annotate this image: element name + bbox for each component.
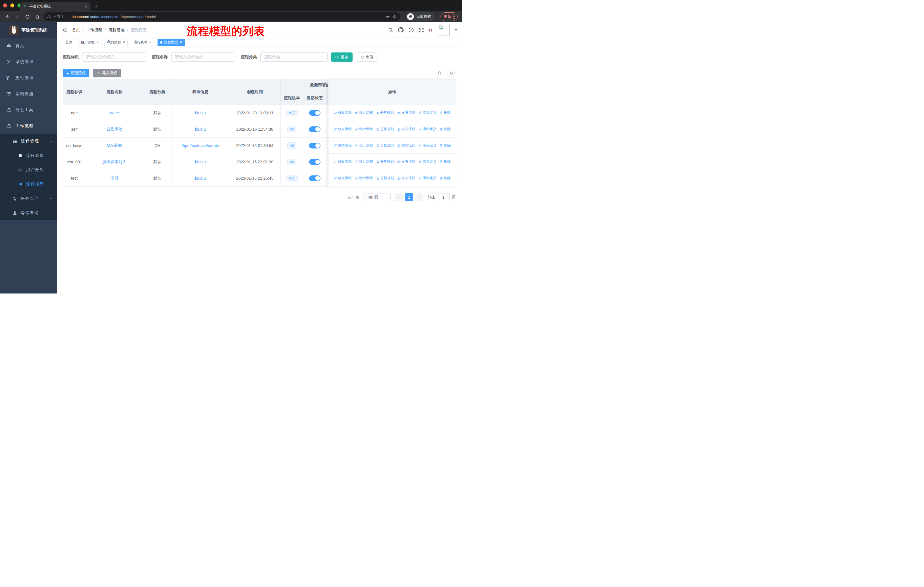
home-icon[interactable] <box>33 13 41 20</box>
action-process-definition-link[interactable]: 流程定义 <box>419 159 437 164</box>
avatar-caret-icon[interactable] <box>455 29 457 32</box>
action-design-process-link[interactable]: 设计流程 <box>355 176 373 180</box>
action-process-definition-link[interactable]: 流程定义 <box>419 127 437 132</box>
minimize-window-button[interactable] <box>10 3 14 7</box>
action-edit-process-link[interactable]: 修改流程 <box>334 143 352 148</box>
tag-close-icon[interactable]: ✕ <box>96 40 99 44</box>
sidebar-item-workflow[interactable]: 工作流程 <box>0 118 57 134</box>
cell-form-link[interactable]: biubiu <box>172 121 229 137</box>
cell-name-link[interactable]: 滔博 <box>86 170 143 187</box>
create-process-button[interactable]: + 新建流程 <box>63 69 89 78</box>
tag-close-icon[interactable]: ✕ <box>149 40 152 44</box>
close-window-button[interactable] <box>3 3 7 7</box>
browser-menu-button[interactable]: 更新 <box>441 12 458 21</box>
tag-my-process[interactable]: 我的流程 ✕ <box>104 39 128 46</box>
active-toggle[interactable] <box>309 175 320 181</box>
version-badge[interactable]: v2 <box>287 126 297 132</box>
goto-page-input[interactable] <box>437 193 450 201</box>
sidebar-item-process-manage[interactable]: 流程管理 <box>0 134 57 149</box>
cell-form-link[interactable]: biubiu <box>172 105 229 121</box>
tag-close-icon[interactable]: ✕ <box>122 40 125 44</box>
action-delete-link[interactable]: 删除 <box>440 127 451 132</box>
page-number-button[interactable]: 1 <box>405 193 413 201</box>
action-publish-process-link[interactable]: 发布流程 <box>397 176 415 180</box>
search-button[interactable]: 搜索 <box>331 53 353 62</box>
action-publish-process-link[interactable]: 发布流程 <box>397 159 415 164</box>
browser-tab[interactable]: 芋道管理系统 ✕ <box>20 2 91 11</box>
sidebar-item-infra[interactable]: 基础设施 <box>0 86 57 102</box>
action-design-process-link[interactable]: 设计流程 <box>355 143 373 148</box>
breadcrumb-item[interactable]: 流程管理 <box>109 28 125 33</box>
sidebar-item-system[interactable]: 系统管理 <box>0 54 57 70</box>
refresh-table-button[interactable] <box>447 69 456 78</box>
active-toggle[interactable] <box>309 110 320 116</box>
cell-form-link[interactable]: biubiu <box>172 154 229 170</box>
sidebar-item-pay[interactable]: ¥ 支付管理 <box>0 70 57 86</box>
page-size-select[interactable]: 10条/页 <box>363 193 391 201</box>
key-icon[interactable] <box>386 14 390 19</box>
action-delete-link[interactable]: 删除 <box>440 110 451 115</box>
tag-process-model[interactable]: 流程模型 ✕ <box>158 39 185 46</box>
github-icon[interactable] <box>398 27 404 33</box>
sidebar-item-home[interactable]: 首页 <box>0 38 57 54</box>
action-edit-process-link[interactable]: 修改流程 <box>334 110 352 115</box>
show-search-button[interactable] <box>436 69 444 78</box>
fullscreen-icon[interactable] <box>419 28 424 33</box>
cell-name-link[interactable]: 测试多审批人 <box>86 154 143 170</box>
action-delete-link[interactable]: 删除 <box>440 159 451 164</box>
version-badge[interactable]: v4 <box>287 159 297 165</box>
action-edit-process-link[interactable]: 修改流程 <box>334 176 352 180</box>
sidebar-item-process-form[interactable]: 流程表单 <box>0 149 57 163</box>
font-size-icon[interactable]: TT <box>429 28 433 32</box>
sidebar-item-devtools[interactable]: 研发工具 <box>0 102 57 118</box>
cell-name-link[interactable]: eeee <box>86 105 143 121</box>
tag-close-icon[interactable]: ✕ <box>180 40 182 44</box>
process-id-input[interactable] <box>82 53 146 62</box>
sidebar-item-leave-query[interactable]: 请假查询 <box>0 206 57 220</box>
tag-home[interactable]: 首页 <box>63 39 75 46</box>
sidebar-toggle-icon[interactable] <box>62 27 68 33</box>
breadcrumb-item[interactable]: 工作流程 <box>86 28 102 33</box>
version-badge[interactable]: v17 <box>286 110 297 116</box>
cell-name-link[interactable]: OA 请假 <box>86 137 143 154</box>
action-delete-link[interactable]: 删除 <box>440 143 451 148</box>
breadcrumb-item[interactable]: 首页 <box>72 28 80 33</box>
action-publish-process-link[interactable]: 发布流程 <box>397 127 415 132</box>
new-tab-button[interactable]: + <box>94 2 98 10</box>
cell-name-link[interactable]: 自己审批 <box>86 121 143 137</box>
tag-process-form[interactable]: 流程表单 ✕ <box>131 39 154 46</box>
active-toggle[interactable] <box>309 159 320 165</box>
version-badge[interactable]: v5 <box>287 142 297 149</box>
process-name-input[interactable] <box>171 53 236 62</box>
action-design-process-link[interactable]: 设计流程 <box>355 127 373 132</box>
sidebar-item-task-manage[interactable]: 任务管理 <box>0 192 57 206</box>
sidebar-item-user-group[interactable]: 用户分组 <box>0 163 57 177</box>
import-process-button[interactable]: 导入流程 <box>93 69 121 78</box>
tag-tenant[interactable]: 租户管理 ✕ <box>78 39 101 46</box>
action-publish-process-link[interactable]: 发布流程 <box>397 110 415 115</box>
action-edit-process-link[interactable]: 修改流程 <box>334 159 352 164</box>
action-delete-link[interactable]: 删除 <box>440 176 451 180</box>
action-assign-rule-link[interactable]: 分配规则 <box>376 110 394 115</box>
action-process-definition-link[interactable]: 流程定义 <box>419 110 437 115</box>
reload-icon[interactable] <box>23 13 31 20</box>
active-toggle[interactable] <box>309 126 320 132</box>
action-assign-rule-link[interactable]: 分配规则 <box>376 176 394 180</box>
search-icon[interactable] <box>388 28 393 33</box>
action-design-process-link[interactable]: 设计流程 <box>355 110 373 115</box>
tab-close-icon[interactable]: ✕ <box>84 4 87 9</box>
help-icon[interactable]: ? <box>408 27 414 33</box>
action-assign-rule-link[interactable]: 分配规则 <box>376 143 394 148</box>
action-publish-process-link[interactable]: 发布流程 <box>397 143 415 148</box>
action-design-process-link[interactable]: 设计流程 <box>355 159 373 164</box>
cell-form-link[interactable]: biubiu <box>172 170 229 187</box>
back-icon[interactable] <box>3 13 11 20</box>
forward-icon[interactable] <box>13 13 21 20</box>
version-badge[interactable]: v21 <box>286 175 297 182</box>
prev-page-button[interactable] <box>395 193 403 201</box>
active-toggle[interactable] <box>309 143 320 149</box>
cell-form-link[interactable]: /bpm/oa/leave/create <box>172 137 229 154</box>
category-select[interactable]: 流程分类 <box>261 53 328 62</box>
url-bar[interactable]: 不安全 dashboard.yudao.iocoder.cn/bpm/manag… <box>43 12 401 21</box>
action-assign-rule-link[interactable]: 分配规则 <box>376 159 394 164</box>
